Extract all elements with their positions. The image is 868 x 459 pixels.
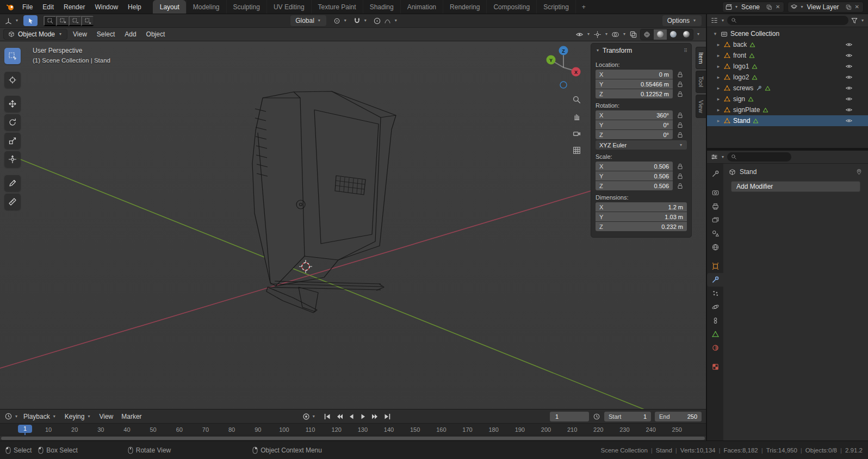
tool-move[interactable] [4, 96, 21, 112]
3d-viewport[interactable]: User Perspective (1) Scene Collection | … [0, 41, 706, 409]
properties-search-input[interactable] [727, 152, 791, 162]
dimensions-number-field[interactable]: Y 1.03 m [596, 212, 687, 221]
timeline-menu[interactable]: View [96, 413, 116, 420]
properties-tab-tool[interactable] [707, 167, 723, 181]
outliner-item[interactable]: ▸ Stand [707, 115, 868, 126]
outliner-root-collection[interactable]: ▾ Scene Collection [707, 28, 868, 39]
editor-type-timeline-icon[interactable] [4, 412, 13, 420]
select-mode-intersect-button[interactable] [81, 16, 94, 26]
timeline-menu[interactable]: Marker [118, 413, 145, 420]
scale-number-field[interactable]: X 0.506 [596, 162, 673, 171]
start-frame-field[interactable]: Start 1 [604, 412, 651, 421]
tool-transform[interactable] [4, 151, 21, 168]
dimensions-number-field[interactable]: X 1.2 m [596, 202, 687, 212]
timeline-scrollbar[interactable] [0, 435, 706, 441]
properties-tab-scene[interactable] [707, 227, 723, 240]
visibility-eye-icon[interactable] [845, 106, 853, 114]
select-mode-new-button[interactable] [44, 16, 56, 26]
current-frame-field[interactable]: 1 [550, 412, 589, 421]
jump-to-start-button[interactable] [322, 412, 333, 421]
keying-menu[interactable]: Keying ▾ [61, 413, 95, 420]
auto-keying-record-icon[interactable] [302, 413, 310, 420]
topbar-menu[interactable]: Help [123, 0, 146, 14]
properties-tab-object[interactable] [707, 259, 723, 273]
tool-measure[interactable] [4, 194, 21, 210]
rotation-number-field[interactable]: X 360° [596, 110, 673, 120]
mode-dropdown[interactable]: Object Mode ▾ [3, 29, 67, 40]
visibility-eye-icon[interactable] [845, 95, 853, 103]
panel-grip-icon[interactable]: ⠿ [684, 48, 687, 53]
sidebar-tab[interactable]: Tool [696, 71, 706, 92]
shading-wireframe-button[interactable] [641, 29, 654, 40]
blender-logo-icon[interactable] [3, 0, 17, 14]
lock-icon[interactable] [673, 71, 687, 78]
disclosure-right-icon[interactable]: ▸ [716, 53, 721, 58]
lock-icon[interactable] [673, 112, 687, 119]
disclosure-down-icon[interactable]: ▾ [712, 31, 718, 36]
outliner-item[interactable]: ▸ signPlate [707, 104, 868, 115]
proportional-falloff-icon[interactable] [383, 17, 392, 25]
lock-icon[interactable] [673, 163, 687, 170]
chevron-down-icon[interactable]: ▾ [697, 32, 699, 36]
prev-keyframe-button[interactable] [334, 412, 345, 421]
visibility-eye-icon[interactable] [845, 117, 853, 125]
chevron-down-icon[interactable]: ▾ [344, 18, 346, 23]
show-gizmo-icon[interactable] [593, 30, 602, 39]
next-keyframe-button[interactable] [370, 412, 381, 421]
outliner-item[interactable]: ▸ logo2 [707, 72, 868, 83]
play-reverse-button[interactable] [346, 412, 357, 421]
tool-scale[interactable] [4, 133, 21, 149]
scale-number-field[interactable]: Y 0.506 [596, 171, 673, 181]
visibility-eye-icon[interactable] [845, 63, 853, 70]
workspace-tab[interactable]: Modeling [186, 0, 226, 14]
properties-tab-material[interactable] [707, 341, 723, 355]
properties-tab-world[interactable] [707, 240, 723, 254]
proportional-editing-icon[interactable] [373, 17, 381, 25]
select-mode-extend-button[interactable] [56, 16, 69, 26]
active-tool-button[interactable] [23, 15, 38, 26]
transform-orientation-dropdown[interactable]: Global ▾ [290, 15, 326, 26]
properties-tab-physics[interactable] [707, 300, 723, 314]
workspace-tab[interactable]: Texture Paint [311, 0, 363, 14]
viewport-menu[interactable]: Object [142, 30, 170, 38]
preview-range-clock-icon[interactable] [593, 413, 600, 420]
visibility-eye-icon[interactable] [845, 41, 853, 48]
play-button[interactable] [358, 412, 369, 421]
view-layer-selector[interactable]: ▾ View Layer ✕ [788, 2, 864, 13]
properties-tab-render[interactable] [707, 186, 723, 200]
tool-cursor[interactable] [4, 72, 21, 88]
scene-selector[interactable]: ▾ Scene ✕ [722, 2, 784, 13]
disclosure-right-icon[interactable]: ▸ [716, 85, 721, 91]
options-dropdown[interactable]: Options ▾ [662, 15, 702, 26]
chevron-down-icon[interactable]: ▾ [861, 18, 864, 23]
disclosure-right-icon[interactable]: ▸ [716, 75, 721, 80]
rotation-number-field[interactable]: Z 0° [596, 130, 673, 139]
disclosure-right-icon[interactable]: ▸ [716, 107, 721, 113]
disclosure-right-icon[interactable]: ▸ [716, 118, 721, 123]
chevron-down-icon[interactable]: ▾ [587, 32, 590, 36]
chevron-down-icon[interactable]: ▾ [15, 414, 17, 419]
outliner-item[interactable]: ▸ back [707, 39, 868, 50]
shading-rendered-button[interactable] [680, 29, 693, 40]
location-number-field[interactable]: X 0 m [596, 70, 673, 79]
outliner-item[interactable]: ▸ logo1 [707, 61, 868, 72]
properties-tab-output[interactable] [707, 200, 723, 213]
rotation-mode-dropdown[interactable]: XYZ Euler ▾ [596, 140, 687, 150]
toggle-perspective-grid-icon[interactable] [571, 144, 583, 157]
scale-number-field[interactable]: Z 0.506 [596, 181, 673, 190]
location-number-field[interactable]: Z 0.12252 m [596, 89, 673, 98]
add-workspace-button[interactable]: + [575, 0, 592, 14]
viewport-menu[interactable]: Select [92, 30, 119, 38]
topbar-menu[interactable]: File [17, 0, 38, 14]
pivot-point-icon[interactable] [333, 17, 341, 25]
editor-type-outliner-icon[interactable] [710, 16, 718, 24]
location-number-field[interactable]: Y 0.55466 m [596, 79, 673, 89]
lock-icon[interactable] [673, 173, 687, 179]
workspace-tab[interactable]: Shading [363, 0, 400, 14]
lock-icon[interactable] [673, 81, 687, 88]
remove-view-layer-icon[interactable]: ✕ [853, 4, 861, 10]
workspace-tab[interactable]: Rendering [443, 0, 486, 14]
transform-panel-header[interactable]: ▾ Transform ⠿ [596, 44, 687, 58]
workspace-tab[interactable]: Scripting [536, 0, 575, 14]
editor-type-properties-icon[interactable] [710, 153, 718, 161]
